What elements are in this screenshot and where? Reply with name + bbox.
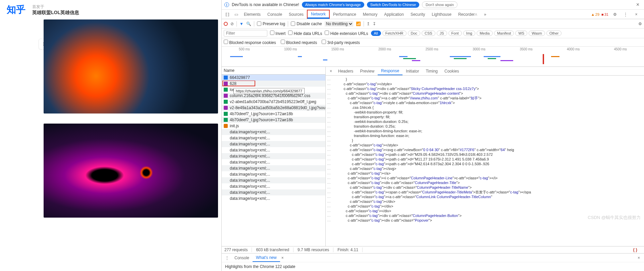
file-type-icon	[224, 190, 228, 194]
article-image-2[interactable]	[44, 124, 218, 218]
request-row[interactable]: data:image/svg+xml;...	[222, 135, 325, 141]
chip-fetch-xhr[interactable]: Fetch/XHR	[382, 31, 407, 36]
file-type-icon	[224, 196, 228, 200]
kebab-icon[interactable]: ⋮	[621, 12, 630, 17]
tab-elements[interactable]: Elements	[240, 10, 264, 19]
request-row[interactable]: data:image/svg+xml;...	[222, 189, 325, 195]
request-row[interactable]: data:image/svg+xml;...	[222, 183, 325, 189]
network-settings-icon[interactable]: ⚙	[638, 21, 642, 26]
drawer-tab-what-s-new[interactable]: What's new	[253, 254, 280, 262]
zhihu-logo[interactable]: 知乎	[7, 3, 25, 16]
chip-css[interactable]: CSS	[422, 31, 435, 36]
close-tab-icon[interactable]: ×	[280, 256, 285, 260]
tab-lighthouse[interactable]: Lighthouse	[428, 10, 455, 19]
match-language-button[interactable]: Always match Chrome's language	[302, 2, 364, 8]
tab-network[interactable]: Network	[307, 10, 330, 19]
upload-icon[interactable]: ↥	[367, 21, 370, 26]
tab-recorder[interactable]: Recorder ⚠	[455, 10, 481, 19]
record-icon[interactable]	[224, 22, 228, 26]
chip-ws[interactable]: WS	[515, 31, 527, 36]
warnings-badge[interactable]: ▲ 29	[591, 12, 599, 16]
close-detail-icon[interactable]: ×	[327, 69, 335, 74]
blocked-cookies-checkbox[interactable]: Blocked response cookies	[224, 40, 276, 45]
request-row[interactable]: data:image/svg+xml;...	[222, 147, 325, 153]
tab-security[interactable]: Security	[407, 10, 428, 19]
chip-media[interactable]: Media	[477, 31, 493, 36]
errors-badge[interactable]: ■ 31	[601, 12, 608, 16]
request-row[interactable]: 664329877	[222, 75, 325, 81]
tab-memory[interactable]: Memory	[360, 10, 381, 19]
wifi-icon[interactable]: 📶	[356, 21, 361, 26]
chip-wasm[interactable]: Wasm	[529, 31, 545, 36]
filter-icon[interactable]: ▼	[239, 21, 244, 26]
chip-img[interactable]: Img	[463, 31, 475, 36]
settings-icon[interactable]: ⚙	[610, 12, 619, 17]
drawer-kebab-icon[interactable]: ⋮	[223, 256, 231, 260]
detail-tab-initiator[interactable]: Initiator	[402, 67, 422, 75]
blocked-requests-checkbox[interactable]: Blocked requests	[281, 40, 317, 45]
request-row[interactable]: data:image/svg+xml;...	[222, 165, 325, 171]
banner-text: DevTools is now available in Chinese!	[232, 2, 299, 7]
preserve-log-checkbox[interactable]: Preserve log	[257, 21, 285, 26]
more-tabs-icon[interactable]: »	[481, 12, 489, 17]
invert-checkbox[interactable]: Invert	[270, 31, 285, 36]
request-row[interactable]: data:image/svg+xml;...	[222, 177, 325, 183]
drawer-tab-console[interactable]: Console	[231, 254, 253, 262]
article-image-1[interactable]	[44, 19, 218, 114]
detail-tab-headers[interactable]: Headers	[335, 67, 357, 75]
hide-extension-urls-checkbox[interactable]: Hide extension URLs	[325, 31, 368, 36]
filter-input[interactable]	[224, 30, 267, 37]
close-drawer-icon[interactable]: ×	[635, 256, 643, 260]
detail-tab-response[interactable]: Response	[378, 67, 402, 75]
file-type-icon	[224, 172, 228, 176]
request-row[interactable]: v2-abed1a8c04700ba7d72b45195223e0ff_l.jp…	[222, 99, 325, 105]
network-timeline[interactable]: 500 ms1000 ms1500 ms2000 ms2500 ms3000 m…	[222, 47, 644, 67]
request-row[interactable]: init.js	[222, 123, 325, 129]
request-row[interactable]: 4b70deef7_l.jpg?source=172ae18b	[222, 117, 325, 123]
request-row[interactable]: 4b70deef7_l.jpg?source=172ae18b	[222, 111, 325, 117]
chip-js[interactable]: JS	[437, 31, 447, 36]
request-row[interactable]: data:image/svg+xml;...	[222, 159, 325, 165]
chip-all[interactable]: All	[371, 31, 381, 36]
request-name: data:image/svg+xml;...	[230, 160, 270, 165]
request-row[interactable]: data:image/svg+xml;...	[222, 141, 325, 147]
throttling-select[interactable]: No throttling	[325, 21, 353, 27]
dont-show-button[interactable]: Don't show again	[422, 1, 458, 8]
request-name: 664329877	[230, 75, 250, 80]
request-row[interactable]: data:image/svg+xml;...	[222, 153, 325, 159]
chip-doc[interactable]: Doc	[408, 31, 421, 36]
switch-chinese-button[interactable]: Switch DevTools to Chinese	[367, 2, 419, 8]
tab-console[interactable]: Console	[264, 10, 285, 19]
request-row[interactable]: data:image/svg+xml;...	[222, 129, 325, 135]
search-icon[interactable]: 🔍	[246, 21, 251, 26]
tab-performance[interactable]: Performance	[330, 10, 360, 19]
response-body[interactable]: ………………………………………………………………………………… } c-attr…	[326, 76, 644, 246]
close-devtools-icon[interactable]: ×	[632, 12, 641, 17]
tab-sources[interactable]: Sources	[285, 10, 307, 19]
pretty-print-icon[interactable]: { }	[633, 247, 641, 252]
hide-data-urls-checkbox[interactable]: Hide data URLs	[288, 31, 322, 36]
third-party-checkbox[interactable]: 3rd-party requests	[322, 40, 360, 45]
tab-application[interactable]: Application	[381, 10, 407, 19]
inspect-icon[interactable]: ⟦⟧	[223, 12, 232, 17]
request-row[interactable]: 628	[222, 81, 325, 87]
detail-tab-preview[interactable]: Preview	[357, 67, 378, 75]
chip-manifest[interactable]: Manifest	[494, 31, 514, 36]
device-icon[interactable]: ▭	[232, 12, 240, 17]
zhihu-column-title[interactable]: 英雄联盟LOL英雄信息	[32, 10, 79, 16]
request-name: v2-abed1a8c04700ba7d72b45195223e0ff_l.jp…	[230, 99, 316, 104]
banner-close-icon[interactable]: ×	[634, 2, 641, 8]
drawer-body: Highlights from the Chrome 122 update	[222, 262, 644, 271]
download-icon[interactable]: ↧	[373, 21, 376, 26]
request-row[interactable]: data:image/svg+xml;...	[222, 195, 325, 201]
request-row[interactable]: v2-8e49a1a343a1ad50ba5b2e88a08819d0_l.jp…	[222, 105, 325, 111]
clear-icon[interactable]: ⊘	[230, 21, 234, 26]
chip-font[interactable]: Font	[448, 31, 462, 36]
request-row[interactable]: data:image/svg+xml;...	[222, 171, 325, 177]
name-column-header[interactable]: Name	[222, 67, 325, 75]
detail-tab-timing[interactable]: Timing	[422, 67, 441, 75]
language-banner: i DevTools is now available in Chinese! …	[222, 0, 644, 10]
disable-cache-checkbox[interactable]: Disable cache	[291, 21, 322, 26]
chip-other[interactable]: Other	[546, 31, 562, 36]
detail-tab-cookies[interactable]: Cookies	[441, 67, 462, 75]
